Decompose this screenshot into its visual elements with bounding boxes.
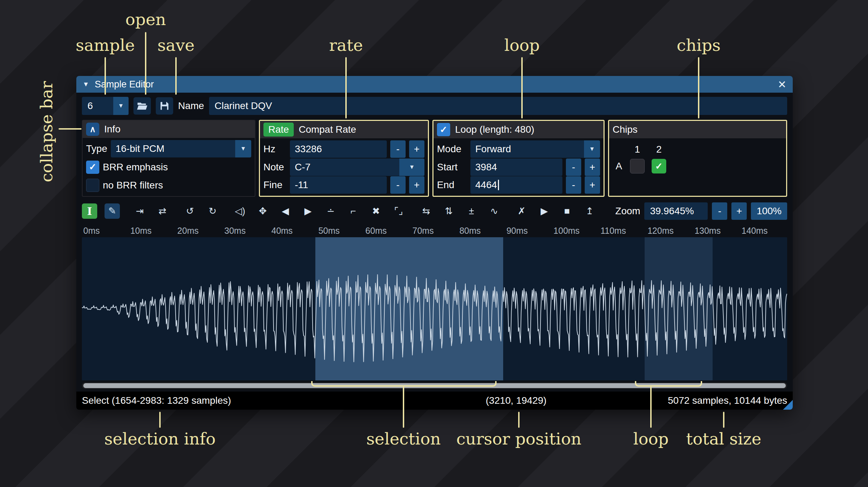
ruler-tick: 50ms bbox=[317, 226, 340, 236]
hz-minus-button[interactable]: - bbox=[390, 140, 406, 158]
no-brr-filters-checkbox[interactable] bbox=[86, 179, 99, 192]
crossfade-button[interactable]: ✗ bbox=[514, 203, 529, 219]
collapse-bar-button[interactable]: ∧ bbox=[86, 123, 99, 136]
annotation-loop-bottom-label: loop bbox=[633, 429, 669, 448]
reverse-button[interactable]: ⇆ bbox=[418, 203, 434, 219]
loop-end-plus-button[interactable]: + bbox=[585, 176, 600, 194]
draw-tool-button[interactable]: ✎ bbox=[105, 203, 120, 219]
titlebar[interactable]: ▼ Sample Editor ✕ bbox=[76, 76, 793, 93]
chevron-down-icon[interactable]: ▼ bbox=[584, 140, 600, 158]
annotation-open-label: open bbox=[125, 10, 166, 29]
chip-2-checkbox[interactable]: ✓ bbox=[652, 159, 666, 173]
export-wavetable-button[interactable]: ↥ bbox=[582, 203, 597, 219]
save-button[interactable] bbox=[156, 97, 173, 115]
undo-button[interactable]: ↺ bbox=[182, 203, 198, 219]
rate-badge[interactable]: Rate bbox=[263, 123, 294, 137]
zoom-out-button[interactable]: - bbox=[712, 202, 727, 220]
loop-start-plus-button[interactable]: + bbox=[585, 159, 600, 176]
fine-input[interactable]: -11 bbox=[290, 176, 387, 194]
ruler-tick: 100ms bbox=[552, 226, 579, 236]
close-icon[interactable]: ✕ bbox=[778, 78, 786, 91]
waveform-view[interactable] bbox=[82, 237, 787, 380]
rate-panel-title: Compat Rate bbox=[299, 124, 356, 135]
loop-start-label: Start bbox=[437, 162, 467, 173]
trim-button[interactable]: ⌜⌟ bbox=[391, 203, 406, 219]
fade-in-button[interactable]: ◀ bbox=[278, 203, 293, 219]
annotation-selection-line bbox=[403, 387, 404, 428]
loop-enable-checkbox[interactable]: ✓ bbox=[437, 123, 450, 136]
zoom-controls: Zoom 39.9645% - + 100% bbox=[615, 202, 787, 220]
loop-start-value: 3984 bbox=[475, 162, 497, 173]
hz-plus-button[interactable]: + bbox=[409, 140, 424, 158]
loop-start-minus-button[interactable]: - bbox=[566, 159, 581, 176]
annotation-rate-label: rate bbox=[329, 36, 363, 55]
sign-invert-button[interactable]: ± bbox=[464, 203, 479, 219]
zoom-input[interactable]: 39.9645% bbox=[644, 202, 708, 220]
status-bar: Select (1654-2983: 1329 samples) (3210, … bbox=[76, 392, 793, 410]
fine-minus-button[interactable]: - bbox=[390, 176, 406, 194]
select-tool-button[interactable]: I bbox=[82, 203, 97, 219]
chevron-down-icon[interactable]: ▼ bbox=[235, 140, 251, 157]
loop-panel-title: Loop (length: 480) bbox=[455, 124, 534, 135]
name-input[interactable]: Clarinet DQV bbox=[209, 97, 787, 115]
annotation-loop-top-label: loop bbox=[504, 36, 540, 55]
loop-start-input[interactable]: 3984 bbox=[470, 159, 562, 176]
ruler-tick: 20ms bbox=[176, 226, 199, 236]
amplify-button[interactable]: ◁) bbox=[232, 203, 248, 219]
sample-editor-window: ▼ Sample Editor ✕ 6 ▼ bbox=[76, 76, 793, 410]
fine-label: Fine bbox=[263, 179, 286, 191]
ruler-tick: 80ms bbox=[458, 226, 481, 236]
fade-out-button[interactable]: ▶ bbox=[300, 203, 316, 219]
window-collapse-icon[interactable]: ▼ bbox=[83, 80, 89, 88]
resize-button[interactable]: ⇥ bbox=[132, 203, 147, 219]
ruler-tick: 30ms bbox=[223, 226, 246, 236]
filter-button[interactable]: ∿ bbox=[486, 203, 502, 219]
note-select[interactable]: C-7 ▼ bbox=[290, 159, 424, 176]
waveform-svg bbox=[82, 237, 787, 380]
apply-silence-button[interactable]: ⌐ bbox=[346, 203, 361, 219]
loop-mode-value: Forward bbox=[470, 140, 584, 158]
window-content: 6 ▼ Name Clarinet DQV bbox=[76, 93, 793, 392]
chip-column-2: 2 bbox=[656, 144, 662, 155]
loop-end-minus-button[interactable]: - bbox=[566, 176, 581, 194]
annotation-cursor-position-line bbox=[518, 412, 520, 428]
fine-plus-button[interactable]: + bbox=[409, 176, 424, 194]
zoom-reset-button[interactable]: 100% bbox=[751, 202, 787, 220]
chip-row-label: A bbox=[616, 161, 622, 172]
stop-button[interactable]: ■ bbox=[559, 203, 575, 219]
hz-input[interactable]: 33286 bbox=[290, 140, 387, 158]
rate-panel: Rate Compat Rate Hz 33286 - + Note bbox=[259, 120, 429, 197]
ruler-tick: 120ms bbox=[646, 226, 674, 236]
chip-1-checkbox[interactable] bbox=[630, 159, 645, 173]
insert-silence-button[interactable]: ∸ bbox=[323, 203, 338, 219]
preview-button[interactable]: ▶ bbox=[537, 203, 552, 219]
brr-emphasis-checkbox[interactable]: ✓ bbox=[86, 161, 99, 174]
annotation-save-label: save bbox=[158, 36, 195, 55]
loop-mode-select[interactable]: Forward ▼ bbox=[470, 140, 600, 158]
chevron-down-icon[interactable]: ▼ bbox=[113, 97, 129, 115]
chips-panel-title: Chips bbox=[613, 124, 638, 135]
annotation-selection-info-line bbox=[159, 412, 161, 428]
resize-grip[interactable] bbox=[783, 400, 793, 410]
type-value: 16-bit PCM bbox=[111, 140, 235, 157]
type-select[interactable]: 16-bit PCM ▼ bbox=[111, 140, 251, 157]
resample-button[interactable]: ⇄ bbox=[155, 203, 170, 219]
invert-button[interactable]: ⇅ bbox=[441, 203, 456, 219]
chips-grid: 1 2 A ✓ bbox=[609, 138, 786, 177]
annotation-sample-label: sample bbox=[76, 36, 135, 55]
annotation-selection-info-label: selection info bbox=[104, 429, 216, 448]
chevron-down-icon[interactable]: ▼ bbox=[399, 159, 424, 176]
loop-end-label: End bbox=[437, 179, 467, 191]
open-button[interactable] bbox=[133, 97, 151, 115]
text-caret bbox=[498, 180, 499, 190]
check-icon: ✓ bbox=[655, 161, 663, 172]
zoom-in-button[interactable]: + bbox=[731, 202, 747, 220]
loop-end-input[interactable]: 4464 bbox=[470, 176, 562, 194]
normalize-button[interactable]: ✥ bbox=[255, 203, 270, 219]
time-ruler[interactable]: 0ms 10ms 20ms 30ms 40ms 50ms 60ms 70ms 8… bbox=[82, 224, 787, 237]
annotation-loop-top-line bbox=[521, 57, 523, 118]
redo-button[interactable]: ↻ bbox=[205, 203, 220, 219]
sample-selector[interactable]: 6 ▼ bbox=[82, 97, 129, 115]
annotation-collapse-bar-label: collapse bar bbox=[38, 81, 56, 183]
delete-button[interactable]: ✖ bbox=[368, 203, 384, 219]
